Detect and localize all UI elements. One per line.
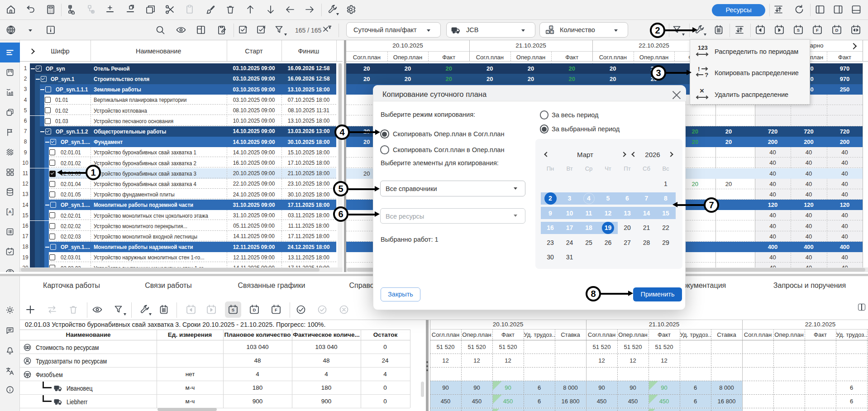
svg-text:D: D bbox=[835, 28, 839, 33]
svg-text:A: A bbox=[9, 210, 12, 214]
svg-text:3: 3 bbox=[551, 30, 553, 33]
svg-text:F: F bbox=[275, 307, 277, 312]
svg-text:2: 2 bbox=[547, 30, 549, 33]
svg-text:D: D bbox=[253, 307, 256, 312]
svg-text:1: 1 bbox=[550, 26, 552, 29]
svg-text:F: F bbox=[816, 28, 819, 33]
svg-text:S: S bbox=[797, 28, 800, 33]
svg-text:S: S bbox=[232, 307, 234, 312]
